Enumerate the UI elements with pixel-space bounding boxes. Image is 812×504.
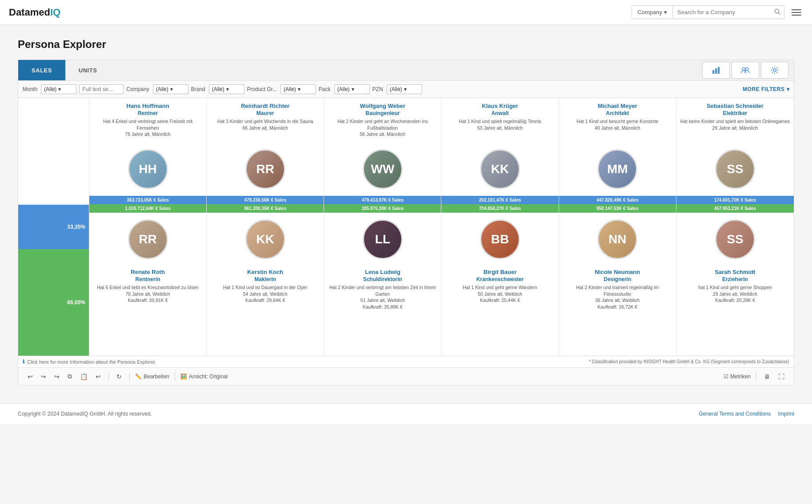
svg-point-5 xyxy=(742,67,745,70)
svg-line-1 xyxy=(779,13,780,15)
persona-footer-kerstin: Kerstin Koch Maklerin Hat 1 Kind und ist… xyxy=(207,266,324,308)
avatar-reinhardt[interactable]: RR xyxy=(245,149,285,189)
persona-female-avatar-sarah: SS xyxy=(676,213,794,266)
avatar-wolfgang[interactable]: WW xyxy=(363,149,403,189)
persona-title-kerstin: Maklerin xyxy=(210,276,320,282)
bar-chart-icon xyxy=(712,66,720,75)
persona-age-sarah: 29 Jahre alt, Weiblich xyxy=(680,291,790,298)
expand-button[interactable]: ⛶ xyxy=(776,372,787,381)
avatar-kerstin[interactable]: KK xyxy=(245,219,285,259)
persona-name-reinhardt: Reinhardt Richter xyxy=(210,103,320,109)
avatar-birgit[interactable]: BB xyxy=(480,219,520,259)
copy-button[interactable]: ⧉ xyxy=(65,371,74,381)
persona-name-sarah: Sarah Schmidt xyxy=(680,269,790,275)
persona-kaufkraft-nicole: Kaufkraft: 26,72K € xyxy=(563,304,672,310)
tab-units[interactable]: UNITS xyxy=(65,60,111,80)
terms-link[interactable]: General Terms and Conditions xyxy=(699,411,771,417)
brand-chevron: ▾ xyxy=(226,86,229,92)
persona-col-reinhardt: Reinhardt Richter Maurer Hat 3 Kinder un… xyxy=(207,98,324,356)
dashboard: SALES UNITS xyxy=(18,60,794,385)
undo-button[interactable]: ↩ xyxy=(25,372,35,381)
persona-footer-birgit: Birgit Bauer Krankenschwester Hat 1 Kind… xyxy=(441,266,558,308)
female-percentage: 66,65% xyxy=(67,299,85,306)
pack-select[interactable]: (Alle) ▾ xyxy=(334,84,370,94)
sales-blue-hans: 363.723,05K € Sales xyxy=(89,196,206,204)
persona-header-sebastian: Sebastian Schneider Elektriker Hat keine… xyxy=(676,98,794,143)
month-select[interactable]: (Alle) ▾ xyxy=(41,84,76,94)
persona-header-wolfgang: Wolfgang Weber Bauingenieur Hat 2 Kinder… xyxy=(324,98,441,143)
product-label: Product Gr... xyxy=(247,86,277,92)
persona-desc-hans: Hat 4 Enkel und verbringt seine Freizeit… xyxy=(93,118,203,131)
imprint-link[interactable]: Imprint xyxy=(778,411,794,417)
fulltext-input[interactable] xyxy=(79,84,124,94)
persona-title-renate: Rentnerin xyxy=(93,276,203,282)
redo2-button[interactable]: ↪ xyxy=(52,372,62,381)
personas-grid: Hans Hoffmann Rentner Hat 4 Enkel und ve… xyxy=(89,98,794,356)
logo-iq: IQ xyxy=(50,7,60,18)
persona-age-renate: 70 Jahre alt, Weiblich xyxy=(93,291,203,298)
gear-icon xyxy=(770,66,779,75)
refresh-button[interactable]: ↻ xyxy=(114,372,124,381)
monitor-button[interactable]: 🖥 xyxy=(762,372,772,381)
persona-name-sebastian: Sebastian Schneider xyxy=(680,103,790,109)
avatar-klaus[interactable]: KK xyxy=(480,149,520,189)
search-type-label: Company xyxy=(637,9,662,16)
product-select[interactable]: (Alle) ▾ xyxy=(280,84,316,94)
tab-sales[interactable]: SALES xyxy=(18,60,65,80)
persona-desc-michael: Hat 1 Kind und besucht gerne Konzerte xyxy=(563,118,672,125)
info-text[interactable]: Click here for more Information about th… xyxy=(27,359,156,365)
avatar-nicole[interactable]: NN xyxy=(597,219,637,259)
persona-name-kerstin: Kerstin Koch xyxy=(210,269,320,275)
footer: Copyright © 2024 DatamedIQ GmbH. All rig… xyxy=(0,403,812,424)
tab-people-icon[interactable] xyxy=(732,62,759,79)
sales-bars-michael: 447.829,49K € Sales 950.147,53K € Sales xyxy=(559,196,676,213)
persona-footer-sarah: Sarah Schmidt Erzieherin hat 1 Kind und … xyxy=(676,266,794,308)
persona-age-klaus: 53 Jahre alt, Männlich xyxy=(445,125,555,131)
persona-title-sebastian: Elektriker xyxy=(680,110,790,116)
pack-label: Pack xyxy=(319,86,331,92)
search-button[interactable] xyxy=(771,6,784,19)
persona-desc-renate: Hat 6 Enkel und liebt es Kreuzworträtsel… xyxy=(93,284,203,291)
menu-button[interactable] xyxy=(790,8,803,17)
metrics-button[interactable]: ☑ Metriken xyxy=(724,373,751,380)
sales-green-reinhardt: 861.300,35K € Sales xyxy=(207,204,324,213)
persona-avatar-wolfgang: WW xyxy=(324,143,441,196)
pzn-label: PZN xyxy=(372,86,383,92)
search-input[interactable] xyxy=(673,6,771,18)
paste-button[interactable]: 📋 xyxy=(78,372,90,381)
brand-select[interactable]: (Alle) ▾ xyxy=(209,84,244,94)
company-select[interactable]: (Alle) ▾ xyxy=(153,84,188,94)
svg-point-7 xyxy=(773,69,776,71)
left-bar: 33,35% 66,65% xyxy=(18,98,89,356)
view-button[interactable]: 🖼️ Ansicht: Original xyxy=(180,373,228,380)
month-label: Month xyxy=(23,86,37,92)
more-filters-button[interactable]: MORE FILTERS ▾ xyxy=(743,86,789,92)
persona-age-nicole: 36 Jahre alt, Weiblich xyxy=(563,297,672,304)
persona-kaufkraft-birgit: Kaufkraft: 25,44K € xyxy=(445,297,555,304)
checkbox-icon: ☑ xyxy=(724,373,728,380)
persona-title-lena: Schuldirektorin xyxy=(328,276,437,282)
avatar-renate[interactable]: RR xyxy=(128,219,168,259)
male-percentage: 33,35% xyxy=(67,224,85,230)
persona-desc-reinhardt: Hat 3 Kinder und geht Wochends in die Sa… xyxy=(210,118,320,125)
persona-header-hans: Hans Hoffmann Rentner Hat 4 Enkel und ve… xyxy=(89,98,206,143)
tab-bar: SALES UNITS xyxy=(18,60,794,81)
redo-button[interactable]: ↪ xyxy=(39,372,48,381)
avatar-sarah[interactable]: SS xyxy=(715,219,755,259)
persona-age-birgit: 50 Jahre alt, Weiblich xyxy=(445,291,555,298)
pzn-chevron: ▾ xyxy=(404,86,407,92)
edit-button[interactable]: ✏️ Bearbeiten xyxy=(135,373,169,380)
pzn-select[interactable]: (Alle) ▾ xyxy=(387,84,422,94)
persona-kaufkraft-lena: Kaufkraft: 35,89K € xyxy=(328,304,437,310)
persona-col-sebastian: Sebastian Schneider Elektriker Hat keine… xyxy=(676,98,794,356)
link-button[interactable]: ↩ xyxy=(93,372,103,381)
avatar-sebastian[interactable]: SS xyxy=(715,149,755,189)
toolbar-sep-4 xyxy=(756,373,756,381)
avatar-michael[interactable]: MM xyxy=(597,149,637,189)
search-type-button[interactable]: Company ▾ xyxy=(632,6,673,18)
tab-settings-icon[interactable] xyxy=(761,62,788,79)
tab-chart-icon[interactable] xyxy=(702,62,730,79)
persona-footer-renate: Renate Roth Rentnerin Hat 6 Enkel und li… xyxy=(89,266,206,308)
avatar-hans[interactable]: HH xyxy=(128,149,168,189)
avatar-lena[interactable]: LL xyxy=(363,219,403,259)
